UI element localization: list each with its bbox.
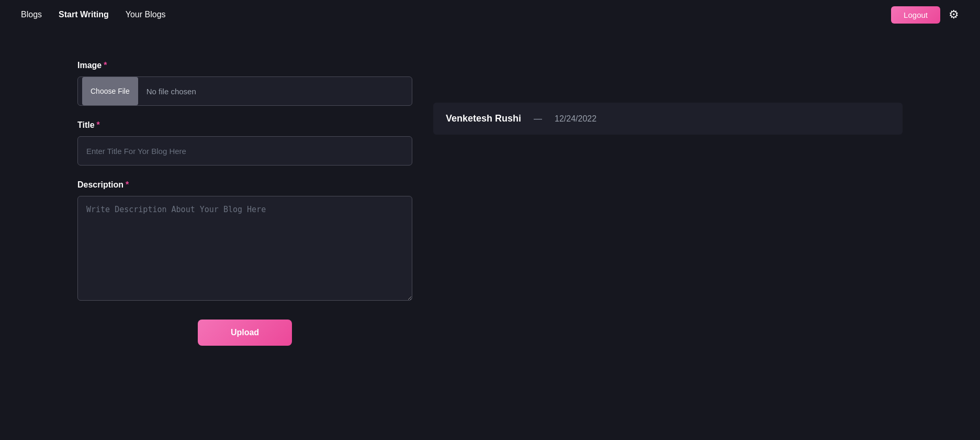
image-required-star: * [104,61,107,70]
nav-links: Blogs Start Writing Your Blogs [21,10,891,19]
image-label: Image * [77,61,412,70]
choose-file-button[interactable]: Choose File [82,77,138,105]
title-group: Title * [77,120,412,166]
upload-btn-wrapper: Upload [77,320,412,346]
description-label: Description * [77,180,412,190]
nav-start-writing[interactable]: Start Writing [59,10,109,19]
author-separator: — [534,114,542,124]
file-name-label: No file chosen [142,87,196,96]
nav-your-blogs[interactable]: Your Blogs [126,10,166,19]
author-name: Venketesh Rushi [446,113,521,124]
form-section: Image * Choose File No file chosen Title… [77,61,412,346]
right-panel: Venketesh Rushi — 12/24/2022 [433,61,903,346]
settings-icon[interactable]: ⚙ [949,8,959,21]
description-group: Description * [77,180,412,303]
title-input[interactable] [77,136,412,166]
navbar: Blogs Start Writing Your Blogs Logout ⚙ [0,0,980,29]
nav-right: Logout ⚙ [891,6,959,24]
nav-blogs[interactable]: Blogs [21,10,42,19]
description-textarea[interactable] [77,196,412,301]
title-required-star: * [97,120,100,130]
upload-button[interactable]: Upload [198,320,292,346]
description-required-star: * [126,180,129,190]
image-group: Image * Choose File No file chosen [77,61,412,106]
logout-button[interactable]: Logout [891,6,940,24]
title-label: Title * [77,120,412,130]
author-date: 12/24/2022 [555,114,596,124]
author-info: Venketesh Rushi — 12/24/2022 [433,103,903,135]
main-content: Image * Choose File No file chosen Title… [0,29,980,377]
file-input-wrapper: Choose File No file chosen [77,76,412,106]
